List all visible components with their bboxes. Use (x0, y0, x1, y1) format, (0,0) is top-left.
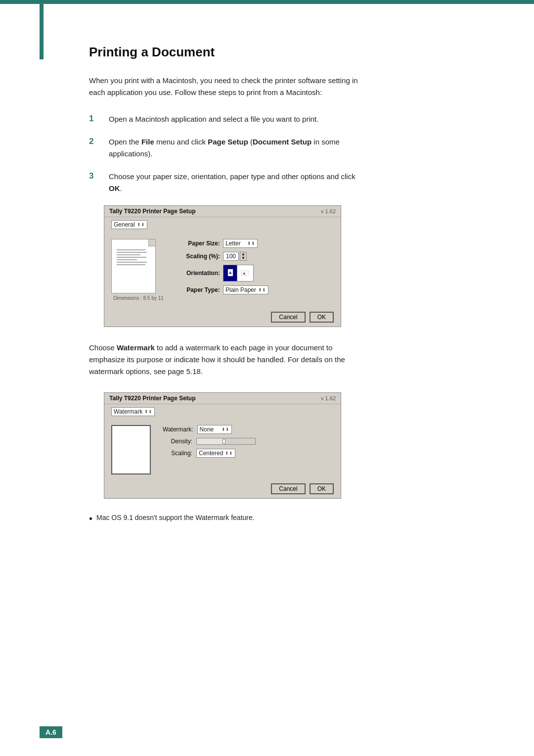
paper-size-label: Paper Size: (176, 240, 220, 247)
dialog-2-body: Watermark: None ⬆⬇ Density: (104, 416, 341, 479)
dialog-2-titlebar: Tally T9220 Printer Page Setup v 1.62 (104, 393, 341, 404)
paper-size-row: Paper Size: Letter ⬆⬇ (176, 239, 334, 248)
bullet-dot-icon: • (89, 514, 92, 523)
step-2-bold-file: File (141, 138, 154, 146)
scaling-stepper[interactable]: ▲ ▼ (240, 252, 247, 261)
density-label: Density: (163, 438, 192, 445)
scaling-down-btn[interactable]: ▼ (240, 256, 246, 260)
step-1-text: Open a Macintosh application and select … (109, 113, 318, 125)
step-3-text: Choose your paper size, orientation, pap… (109, 171, 366, 194)
paper-fold-icon (148, 239, 155, 246)
step-2-bold-pagesetup: Page Setup (208, 138, 248, 146)
page-title: Printing a Document (89, 45, 475, 60)
svg-text:A: A (242, 272, 246, 275)
scaling-value: 100 (226, 253, 236, 260)
dialog-2-content: Watermark: None ⬆⬇ Density: (111, 425, 334, 474)
scaling-input[interactable]: 100 (223, 252, 239, 261)
steps-container: 1 Open a Macintosh application and selec… (89, 113, 475, 194)
top-border-decoration (0, 0, 534, 4)
paper-size-value: Letter (225, 240, 241, 247)
orientation-selector: A A (223, 265, 254, 282)
dialog-1-cancel-btn[interactable]: Cancel (271, 312, 305, 323)
watermark-tab-label: Watermark (114, 408, 142, 415)
paper-type-select[interactable]: Plain Paper ⬆⬇ (223, 285, 268, 294)
landscape-orientation-btn[interactable]: A (237, 266, 253, 280)
dialog-1-buttons: Cancel OK (104, 308, 341, 327)
paper-line-1 (117, 249, 145, 250)
density-slider[interactable] (196, 438, 256, 445)
svg-text:A: A (229, 271, 232, 275)
density-slider-left (197, 438, 226, 444)
watermark-scaling-value: Centered (199, 450, 223, 457)
paper-type-label: Paper Type: (176, 286, 220, 293)
step-1-number: 1 (89, 114, 104, 124)
step-2-text: Open the File menu and click Page Setup … (109, 136, 366, 160)
dialog-1-title: Tally T9220 Printer Page Setup (109, 208, 196, 215)
paper-type-row: Paper Type: Plain Paper ⬆⬇ (176, 285, 334, 294)
page-footer: A.6 (40, 728, 62, 736)
paper-line-3 (117, 254, 140, 255)
watermark-value-select[interactable]: None ⬆⬇ (197, 425, 232, 434)
dialog-1-body: Dimensions : 8.5 by 11 Paper Size: Lette… (104, 229, 341, 308)
portrait-icon: A (227, 269, 234, 278)
watermark-scaling-row: Scaling: Centered ⬆⬇ (163, 449, 334, 458)
intro-paragraph: When you print with a Macintosh, you nee… (89, 75, 366, 98)
paper-lines (115, 243, 152, 267)
paper-line-4 (117, 257, 146, 258)
paper-size-arrow-icon: ⬆⬇ (247, 241, 255, 246)
dialog-2-cancel-btn[interactable]: Cancel (271, 483, 305, 494)
watermark-scaling-label: Scaling: (163, 450, 192, 457)
step-2: 2 Open the File menu and click Page Setu… (89, 136, 475, 160)
dialog-2-buttons: Cancel OK (104, 479, 341, 498)
watermark-field-label: Watermark: (163, 426, 193, 433)
watermark-scaling-select[interactable]: Centered ⬆⬇ (196, 449, 235, 458)
watermark-field-row: Watermark: None ⬆⬇ (163, 425, 334, 434)
scaling-label: Scaling (%): (176, 253, 220, 260)
footer-badge: A.6 (40, 726, 62, 738)
bullet-note-text: Mac OS 9.1 doesn't support the Watermark… (96, 514, 255, 521)
watermark-arrow-icon: ⬆⬇ (222, 427, 229, 432)
orientation-row: Orientation: A (176, 265, 334, 282)
dialog-2-fields: Watermark: None ⬆⬇ Density: (163, 425, 334, 462)
step-3-number: 3 (89, 171, 104, 181)
dialog-1-fields: Paper Size: Letter ⬆⬇ Scaling (%): 100 (176, 239, 334, 298)
step-3-bold-ok: OK (109, 184, 120, 192)
general-select[interactable]: General ⬆⬇ (111, 220, 147, 229)
watermark-tab-arrow-icon: ⬆⬇ (144, 409, 152, 414)
scaling-row: Scaling (%): 100 ▲ ▼ (176, 252, 334, 261)
general-arrow-icon: ⬆⬇ (137, 222, 145, 227)
dialog-1-ok-btn[interactable]: OK (310, 312, 334, 323)
orientation-label: Orientation: (176, 270, 220, 277)
paper-line-2 (117, 252, 147, 253)
bullet-note: • Mac OS 9.1 doesn't support the Waterma… (89, 514, 475, 523)
dialog-1: Tally T9220 Printer Page Setup v 1.62 Ge… (104, 205, 341, 327)
density-slider-right (226, 438, 255, 444)
general-select-label: General (114, 221, 135, 228)
paper-line-5 (117, 259, 137, 260)
paper-line-7 (117, 264, 145, 265)
watermark-preview (111, 425, 151, 474)
watermark-scaling-arrow-icon: ⬆⬇ (225, 451, 233, 456)
dialog-2: Tally T9220 Printer Page Setup v 1.62 Wa… (104, 392, 341, 499)
density-field-row: Density: (163, 438, 334, 445)
paper-type-value: Plain Paper (225, 286, 256, 293)
dialog-1-content: Dimensions : 8.5 by 11 Paper Size: Lette… (111, 239, 334, 301)
paper-preview-container: Dimensions : 8.5 by 11 (111, 239, 166, 301)
step-2-bold-docsetup: Document Setup (253, 138, 312, 146)
paper-line-6 (117, 262, 147, 263)
paper-size-select[interactable]: Letter ⬆⬇ (223, 239, 258, 248)
dialog-2-ok-btn[interactable]: OK (310, 483, 334, 494)
paper-preview (111, 239, 156, 293)
dialog-1-version: v 1.62 (321, 208, 336, 214)
dialog-2-title: Tally T9220 Printer Page Setup (109, 395, 196, 402)
dialog-1-titlebar: Tally T9220 Printer Page Setup v 1.62 (104, 206, 341, 217)
page: Printing a Document When you print with … (0, 0, 534, 756)
watermark-bold: Watermark (117, 343, 155, 352)
paper-type-arrow-icon: ⬆⬇ (258, 287, 266, 292)
watermark-intro: Choose Watermark to add a watermark to e… (89, 342, 366, 378)
portrait-orientation-btn[interactable]: A (223, 265, 237, 281)
step-2-number: 2 (89, 137, 104, 146)
step-1: 1 Open a Macintosh application and selec… (89, 113, 475, 125)
watermark-tab-select[interactable]: Watermark ⬆⬇ (111, 407, 155, 416)
left-bar-decoration (40, 0, 44, 59)
